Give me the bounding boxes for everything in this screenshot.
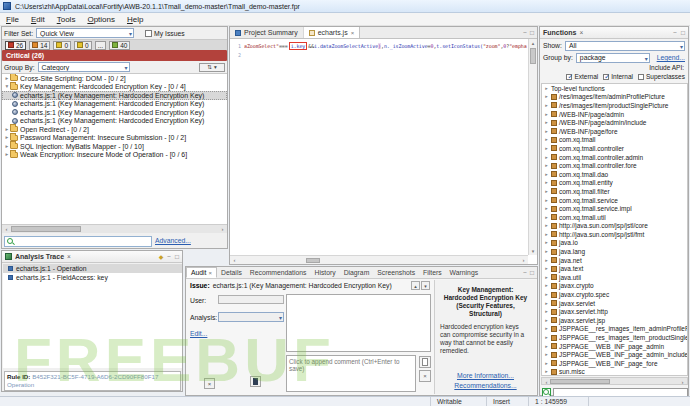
- expand-arrow-icon[interactable]: ▸: [544, 94, 549, 99]
- menu-item[interactable]: Options: [81, 13, 121, 26]
- function-package-row[interactable]: ▸ com.xq.tmall.controller: [542, 144, 687, 153]
- function-package-row[interactable]: ▸ javax.servlet.jsp: [542, 316, 687, 325]
- expand-arrow-icon[interactable]: ▸: [544, 283, 549, 288]
- function-package-row[interactable]: ▸ /WEB-INF/page/admin/include: [542, 118, 687, 127]
- maximize-icon[interactable]: □: [530, 269, 534, 276]
- audit-tab[interactable]: Warnings ×: [446, 267, 482, 278]
- minimize-icon[interactable]: −: [167, 253, 171, 260]
- issue-tree-row[interactable]: echarts.js:1 (Key Management: Hardcoded …: [2, 100, 227, 109]
- sort-order-button[interactable]: ⇅ ▾: [199, 63, 225, 72]
- show-dropdown[interactable]: All: [565, 41, 685, 51]
- horizontal-scrollbar[interactable]: ‹ ›: [230, 255, 528, 264]
- expand-arrow-icon[interactable]: ▸: [544, 292, 549, 297]
- function-package-row[interactable]: ▸ javax.servlet: [542, 299, 687, 308]
- expand-arrow-icon[interactable]: ▸: [544, 103, 549, 108]
- severity-counter[interactable]: 40: [109, 41, 130, 50]
- issue-tree-row[interactable]: ▸ Open Redirect - [0 / 2]: [2, 125, 227, 134]
- issue-tree-row[interactable]: ▸ Weak Encryption: Insecure Mode of Oper…: [2, 151, 227, 160]
- function-package-row[interactable]: ▸ com.xq.tmall.service.impl: [542, 204, 687, 213]
- next-issue-button[interactable]: ▾: [421, 281, 430, 290]
- severity-group-header[interactable]: Critical (26): [2, 50, 227, 61]
- expand-arrow-icon[interactable]: ▸: [544, 352, 549, 357]
- function-package-row[interactable]: ▸ JSPPAGE__WEB_INF_page_admin: [542, 342, 687, 351]
- api-checkbox-item[interactable]: External: [566, 73, 598, 80]
- previous-issue-button[interactable]: ▴: [411, 281, 420, 290]
- small-close-button[interactable]: ×: [204, 378, 215, 389]
- function-package-row[interactable]: ▸ javax.servlet.http: [542, 307, 687, 316]
- checkbox[interactable]: [566, 74, 572, 80]
- audit-tab[interactable]: Audit ×: [186, 267, 217, 278]
- maximize-icon[interactable]: □: [175, 253, 179, 260]
- user-field[interactable]: [218, 295, 284, 304]
- severity-counter[interactable]: 0: [53, 41, 71, 50]
- expand-arrow-icon[interactable]: ▸: [544, 361, 549, 366]
- scrollbar-thumb[interactable]: [550, 379, 610, 384]
- vertical-scrollbar[interactable]: ▴ ▾: [528, 39, 537, 255]
- close-icon[interactable]: ×: [579, 29, 583, 36]
- expand-arrow-icon[interactable]: ▸: [544, 155, 549, 160]
- editor-tab[interactable]: Project Summary ×: [230, 27, 304, 38]
- close-icon[interactable]: ×: [209, 270, 213, 276]
- expand-arrow-icon[interactable]: ▸: [544, 232, 549, 237]
- scrollbar-thumb[interactable]: [530, 48, 536, 64]
- expand-arrow-icon[interactable]: ▸: [544, 137, 549, 142]
- expand-arrow-icon[interactable]: ▸: [544, 344, 549, 349]
- function-package-row[interactable]: ▸ java.lang: [542, 247, 687, 256]
- expand-arrow-icon[interactable]: ▸: [544, 309, 549, 314]
- expand-arrow-icon[interactable]: ▸: [544, 335, 549, 340]
- filter-set-dropdown[interactable]: Quick View: [36, 28, 134, 38]
- expand-arrow-icon[interactable]: ▸: [544, 112, 549, 117]
- trace-options-icon[interactable]: ◆: [159, 253, 164, 260]
- expand-arrow-icon[interactable]: ▸: [544, 215, 549, 220]
- edit-link[interactable]: Edit...: [190, 330, 207, 337]
- scroll-right-icon[interactable]: ›: [678, 378, 687, 386]
- more-information-link[interactable]: More Information...: [435, 372, 536, 379]
- add-comment-button[interactable]: [419, 356, 431, 368]
- editor-tab[interactable]: echarts.js ×: [304, 27, 360, 38]
- menu-item[interactable]: File: [0, 13, 25, 26]
- expand-arrow-icon[interactable]: ▸: [544, 86, 549, 91]
- issue-tree-row[interactable]: echarts.js:1 (Key Management: Hardcoded …: [2, 117, 227, 126]
- function-package-row[interactable]: ▸ javax.crypto: [542, 282, 687, 291]
- function-package-row[interactable]: ▸ com.xq.tmall.util: [542, 213, 687, 222]
- function-package-row[interactable]: ▸ com.xq.tmall.entity: [542, 179, 687, 188]
- expand-arrow-icon[interactable]: ▸: [544, 275, 549, 280]
- maximize-icon[interactable]: □: [681, 29, 685, 36]
- audit-tab[interactable]: History ×: [310, 267, 339, 278]
- group-by-dropdown[interactable]: Category: [38, 62, 130, 72]
- expand-arrow-icon[interactable]: ▸: [544, 318, 549, 323]
- trace-node-row[interactable]: echarts.js:1 - Operation: [3, 264, 182, 273]
- function-package-row[interactable]: ▸ com.xq.tmall.dao: [542, 170, 687, 179]
- issue-tree-row[interactable]: ▸ Password Management: Insecure Submissi…: [2, 134, 227, 143]
- expand-arrow-icon[interactable]: ▸: [544, 266, 549, 271]
- function-package-row[interactable]: ▸ /WEB-INF/page/admin: [542, 110, 687, 119]
- function-package-row[interactable]: ▸ /res/images/item/productSinglePicture: [542, 101, 687, 110]
- issue-tree-row[interactable]: echarts.js:1 (Key Management: Hardcoded …: [2, 108, 227, 117]
- trace-node-row[interactable]: echarts.js:1 - FieldAccess: key: [3, 273, 182, 282]
- function-package-row[interactable]: ▸ java.net: [542, 256, 687, 265]
- function-package-row[interactable]: ▸ JSPPAGE__res_images_item_productSingle…: [542, 333, 687, 342]
- minimize-icon[interactable]: −: [673, 29, 677, 36]
- function-package-row[interactable]: ▸ com.xq.tmall.filter: [542, 187, 687, 196]
- function-package-row[interactable]: ▸ JSPPAGE__res_images_item_adminProfileP…: [542, 325, 687, 334]
- function-package-row[interactable]: ▸ com.xq.tmall.controller.fore: [542, 161, 687, 170]
- function-package-row[interactable]: ▸ Top-level functions: [542, 84, 687, 93]
- function-package-row[interactable]: ▸ /res/images/item/adminProfilePicture: [542, 93, 687, 102]
- close-icon[interactable]: ×: [67, 253, 71, 260]
- audit-tab[interactable]: Screenshots ×: [373, 267, 419, 278]
- horizontal-scrollbar[interactable]: ‹ ›: [2, 224, 227, 233]
- expand-arrow-icon[interactable]: ▸: [544, 146, 549, 151]
- function-package-row[interactable]: ▸ java.text: [542, 264, 687, 273]
- issue-tree-row[interactable]: ▾ Key Management: Hardcoded Encryption K…: [2, 83, 227, 92]
- expand-arrow-icon[interactable]: ▸: [544, 163, 549, 168]
- function-package-row[interactable]: ▸ com.xq.tmall.service: [542, 196, 687, 205]
- scroll-right-icon[interactable]: ›: [218, 225, 227, 233]
- expand-arrow-icon[interactable]: ▸: [544, 249, 549, 254]
- severity-counter[interactable]: 26: [5, 41, 26, 50]
- advanced-link[interactable]: Advanced...: [155, 237, 191, 244]
- expand-arrow-icon[interactable]: ▸: [544, 301, 549, 306]
- menu-item[interactable]: Help: [121, 13, 149, 26]
- my-issues-checkbox[interactable]: [145, 30, 152, 37]
- severity-counter[interactable]: ...: [95, 41, 106, 50]
- expand-arrow-icon[interactable]: ▸: [544, 129, 549, 134]
